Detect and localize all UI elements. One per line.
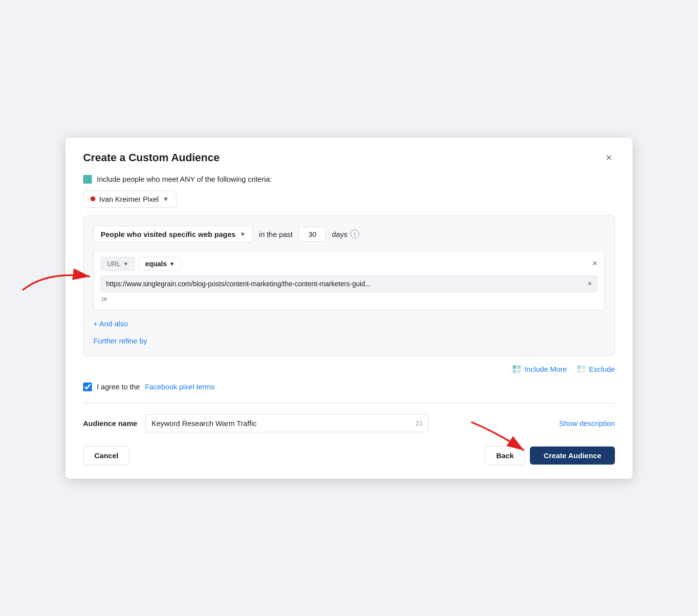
url-filter-box-wrap: URL ▼ equals ▼ × https://www.singlegrain…	[93, 251, 605, 329]
chevron-down-icon: ▼	[123, 261, 129, 267]
info-icon[interactable]: i	[350, 230, 359, 238]
audience-name-input[interactable]	[145, 414, 429, 432]
show-description-button[interactable]: Show description	[559, 419, 615, 427]
further-refine-button[interactable]: Further refine by	[93, 334, 147, 348]
teal-square-icon	[83, 175, 92, 184]
divider	[83, 403, 615, 404]
criteria-row1: People who visited specific web pages ▼ …	[93, 226, 605, 243]
equals-button[interactable]: equals ▼	[139, 257, 181, 271]
agree-checkbox[interactable]	[83, 382, 92, 391]
visited-pages-dropdown[interactable]: People who visited specific web pages ▼	[93, 226, 253, 243]
footer-row: Cancel Back Create Audience	[83, 446, 615, 465]
back-button[interactable]: Back	[485, 446, 525, 465]
pixel-terms-link[interactable]: Facebook pixel terms	[145, 382, 215, 391]
days-label: days i	[332, 230, 359, 238]
and-also-button[interactable]: + And also	[93, 316, 128, 329]
svg-rect-5	[577, 365, 581, 369]
audience-name-label: Audience name	[83, 419, 137, 427]
modal-title: Create a Custom Audience	[83, 151, 219, 164]
pixel-dropdown[interactable]: Ivan Kreimer Pixel ▼	[83, 191, 176, 208]
url-filter-box: URL ▼ equals ▼ × https://www.singlegrain…	[93, 251, 605, 311]
exclude-button[interactable]: Exclude	[577, 365, 615, 374]
in-past-label: in the past	[259, 230, 293, 238]
days-input[interactable]	[299, 227, 326, 242]
close-button[interactable]: ×	[603, 151, 615, 164]
char-count: 21	[415, 420, 422, 427]
svg-rect-1	[513, 365, 516, 369]
or-label: or	[101, 295, 597, 302]
cancel-button[interactable]: Cancel	[83, 446, 130, 465]
pixel-name: Ivan Kreimer Pixel	[99, 195, 159, 203]
chevron-down-icon: ▼	[169, 261, 174, 267]
criteria-box: People who visited specific web pages ▼ …	[83, 215, 615, 356]
exclude-icon	[577, 365, 586, 374]
url-value-text: https://www.singlegrain.com/blog-posts/c…	[106, 280, 584, 288]
chevron-down-icon: ▼	[240, 231, 246, 238]
url-filter-header: URL ▼ equals ▼ ×	[101, 257, 597, 271]
create-button-wrap: Create Audience	[530, 446, 615, 465]
include-more-icon	[512, 365, 521, 374]
create-custom-audience-modal: Create a Custom Audience × Include peopl…	[65, 138, 633, 479]
audience-name-row: Audience name 21 Show description	[83, 414, 615, 432]
url-button[interactable]: URL ▼	[101, 257, 135, 271]
svg-rect-4	[517, 370, 521, 373]
arrow-annotation	[18, 261, 96, 300]
modal-header: Create a Custom Audience ×	[83, 151, 615, 164]
url-value-container: https://www.singlegrain.com/blog-posts/c…	[101, 276, 597, 292]
url-value-row: https://www.singlegrain.com/blog-posts/c…	[101, 276, 597, 292]
visited-pages-label: People who visited specific web pages	[101, 230, 236, 238]
section-label: Include people who meet ANY of the follo…	[83, 175, 615, 184]
agree-text: I agree to the	[97, 382, 140, 391]
create-audience-button[interactable]: Create Audience	[530, 446, 615, 465]
svg-rect-7	[577, 370, 581, 373]
audience-name-input-wrap: 21	[145, 414, 429, 432]
svg-rect-3	[513, 370, 516, 373]
svg-rect-2	[517, 365, 521, 369]
svg-rect-8	[582, 370, 585, 373]
further-refine-container: Further refine by	[93, 334, 605, 348]
include-more-button[interactable]: Include More	[512, 365, 567, 374]
svg-rect-6	[582, 365, 585, 369]
filter-close-button[interactable]: ×	[592, 258, 597, 269]
red-dot-icon	[90, 196, 95, 201]
agree-row: I agree to the Facebook pixel terms	[83, 382, 615, 391]
chevron-down-icon: ▼	[163, 195, 169, 203]
url-clear-button[interactable]: ×	[588, 279, 592, 288]
footer-right: Back Create Audience	[485, 446, 615, 465]
include-exclude-row: Include More Exclude	[83, 365, 615, 374]
